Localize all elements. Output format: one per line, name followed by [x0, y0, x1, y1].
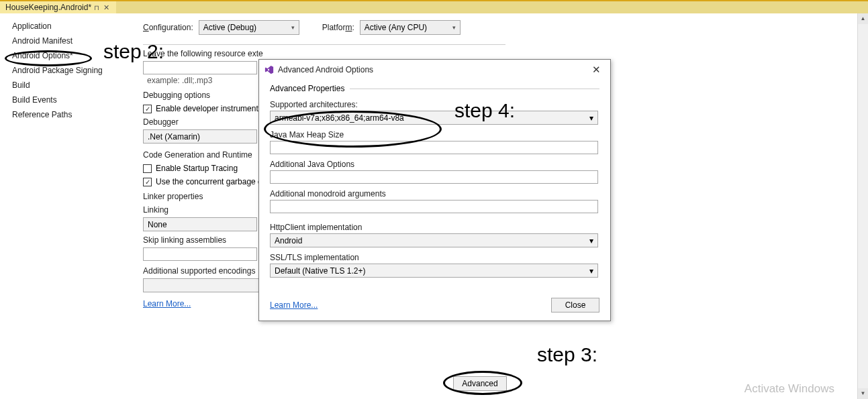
configuration-dropdown[interactable]: Active (Debug) ▾	[199, 20, 299, 35]
checkbox-checked-icon[interactable]	[143, 178, 152, 186]
dropdown-value: armeabi-v7a;x86;x86_64;arm64-v8a	[275, 113, 404, 123]
sidebar-item-label: Android Manifest	[12, 36, 73, 46]
document-tabstrip: HouseKeeping.Android* ⊓ ✕	[0, 0, 868, 13]
learn-more-link[interactable]: Learn More...	[143, 299, 191, 308]
ssl-tls-label: SSL/TLS implementation	[270, 253, 599, 262]
sidebar-item-label: Android Options*	[12, 51, 73, 60]
sidebar-item-label: Application	[12, 21, 52, 31]
ssl-tls-dropdown[interactable]: Default (Native TLS 1.2+) ▾	[270, 264, 598, 278]
properties-sidebar: Application Android Manifest Android Opt…	[0, 13, 131, 399]
sidebar-item-label: Android Package Signing	[12, 66, 103, 75]
dropdown-value: Active (Debug)	[203, 23, 256, 32]
vertical-scrollbar[interactable]: ▲ ▼	[857, 13, 868, 399]
close-button[interactable]: Close	[551, 298, 599, 312]
chevron-down-icon: ▾	[291, 24, 295, 31]
dialog-section-header: Advanced Properties	[270, 84, 599, 93]
dropdown-value: .Net (Xamarin)	[148, 132, 200, 141]
sidebar-item-label: Build Events	[12, 95, 57, 105]
supported-architectures-dropdown[interactable]: armeabi-v7a;x86;x86_64;arm64-v8a ▾	[270, 111, 598, 125]
platform-dropdown[interactable]: Active (Any CPU) ▾	[360, 20, 461, 35]
visual-studio-icon	[264, 65, 274, 74]
dialog-body: Advanced Properties Supported architectu…	[259, 80, 610, 321]
debugger-dropdown[interactable]: .Net (Xamarin)	[143, 129, 257, 144]
sidebar-item-build-events[interactable]: Build Events	[0, 93, 131, 107]
dialog-title: Advanced Android Options	[278, 65, 584, 74]
skip-linking-input[interactable]	[143, 247, 257, 261]
sidebar-item-reference-paths[interactable]: Reference Paths	[0, 107, 131, 122]
sidebar-item-build[interactable]: Build	[0, 78, 131, 93]
checkbox-label: Use the concurrent garbage c	[156, 177, 262, 186]
httpclient-dropdown[interactable]: Android ▾	[270, 233, 598, 247]
chevron-down-icon: ▾	[452, 24, 456, 31]
windows-activation-watermark: Activate Windows	[744, 382, 834, 396]
section-label: Advanced Properties	[270, 84, 344, 93]
additional-monodroid-args-input[interactable]	[270, 200, 598, 213]
divider	[350, 89, 599, 89]
advanced-button[interactable]: Advanced	[453, 376, 507, 391]
supported-architectures-label: Supported architectures:	[270, 100, 599, 109]
httpclient-label: HttpClient implementation	[270, 223, 599, 232]
checkbox-label: Enable developer instrumenta	[156, 104, 262, 113]
linking-dropdown[interactable]: None	[143, 217, 257, 231]
close-icon[interactable]: ✕	[588, 64, 605, 76]
configuration-label: Configuration:	[143, 23, 193, 32]
sidebar-item-application[interactable]: Application	[0, 19, 131, 34]
pin-icon[interactable]: ⊓	[94, 4, 99, 11]
sidebar-item-label: Reference Paths	[12, 110, 72, 119]
annotation-step-2: step 2:	[103, 40, 164, 63]
annotation-step-3: step 3:	[537, 343, 597, 366]
scroll-down-icon[interactable]: ▼	[858, 388, 868, 399]
sidebar-item-label: Build	[12, 80, 30, 90]
advanced-android-options-dialog: Advanced Android Options ✕ Advanced Prop…	[258, 59, 611, 321]
chevron-down-icon: ▾	[589, 236, 593, 245]
resource-ext-input[interactable]	[143, 61, 257, 74]
platform-label: Platform:	[322, 23, 354, 32]
sidebar-item-android-package-signing[interactable]: Android Package Signing	[0, 63, 131, 78]
tab-title: HouseKeeping.Android*	[5, 3, 91, 12]
dropdown-value: Active (Any CPU)	[365, 23, 427, 32]
dropdown-value: Android	[275, 236, 302, 245]
chevron-down-icon: ▾	[589, 266, 593, 276]
divider	[143, 44, 505, 45]
scroll-up-icon[interactable]: ▲	[858, 13, 868, 24]
dialog-footer: Learn More... Close	[270, 298, 599, 312]
annotation-step-4: step 4:	[454, 99, 515, 122]
checkbox-checked-icon[interactable]	[143, 105, 152, 113]
additional-java-options-input[interactable]	[270, 170, 598, 184]
java-max-heap-input[interactable]	[270, 141, 598, 154]
dialog-titlebar: Advanced Android Options ✕	[259, 60, 610, 80]
dropdown-value: Default (Native TLS 1.2+)	[275, 266, 366, 276]
additional-java-options-label: Additional Java Options	[270, 160, 599, 169]
learn-more-link[interactable]: Learn More...	[270, 300, 318, 310]
close-icon[interactable]: ✕	[102, 3, 111, 12]
document-tab-housekeeping[interactable]: HouseKeeping.Android* ⊓ ✕	[0, 1, 116, 13]
checkbox-label: Enable Startup Tracing	[156, 164, 238, 173]
java-max-heap-label: Java Max Heap Size	[270, 130, 599, 139]
resource-ext-label: Leave the following resource exte	[143, 49, 855, 58]
chevron-down-icon: ▾	[589, 113, 593, 123]
dropdown-value: None	[148, 220, 167, 229]
additional-monodroid-args-label: Additional monodroid arguments	[270, 189, 599, 198]
config-row: Configuration: Active (Debug) ▾ Platform…	[143, 20, 855, 35]
checkbox-unchecked-icon[interactable]	[143, 164, 152, 173]
scroll-track[interactable]	[858, 24, 868, 388]
